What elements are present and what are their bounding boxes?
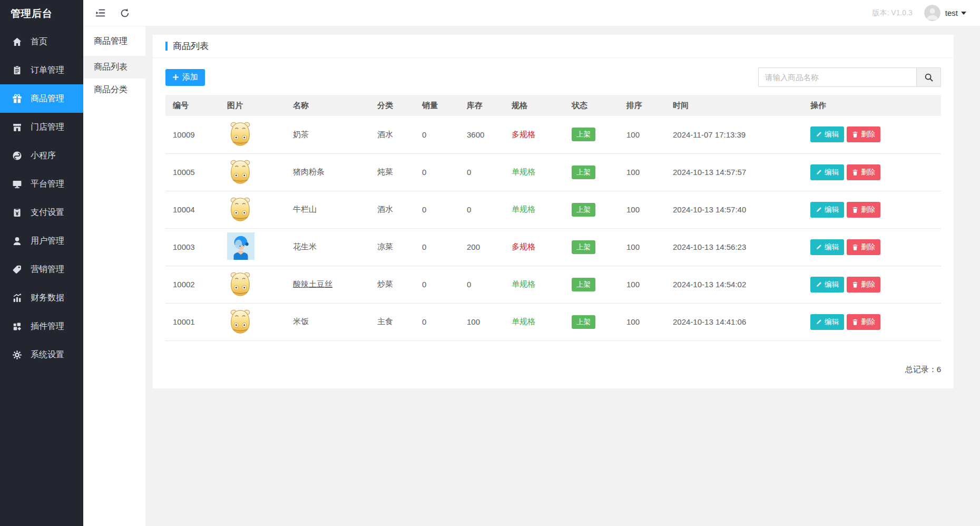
delete-button-label: 删除 — [861, 280, 875, 289]
delete-button[interactable]: 删除 — [847, 239, 880, 255]
product-list-card: 商品列表 添加 — [153, 35, 954, 388]
subnav-item-product-category[interactable]: 商品分类 — [83, 79, 145, 101]
sidebar-item-users[interactable]: 用户管理 — [0, 227, 83, 255]
product-category: 炒菜 — [370, 266, 415, 303]
miniapp-icon — [11, 151, 23, 161]
pencil-icon — [816, 207, 822, 213]
product-stock: 200 — [459, 228, 504, 266]
title-marker — [165, 42, 168, 51]
delete-button-label: 删除 — [861, 130, 875, 139]
spec-text: 多规格 — [512, 242, 535, 251]
delete-button-label: 删除 — [861, 317, 875, 327]
user-menu[interactable]: test — [945, 8, 966, 17]
subnav-item-product-list[interactable]: 商品列表 — [83, 56, 145, 79]
product-time: 2024-10-13 14:56:23 — [665, 228, 803, 266]
sidebar-item-platform[interactable]: 平台管理 — [0, 170, 83, 198]
product-stock: 0 — [459, 153, 504, 191]
product-image — [227, 196, 254, 223]
sidebar-item-label: 营销管理 — [31, 264, 64, 275]
product-name: 花生米 — [286, 228, 370, 266]
product-sales: 0 — [415, 228, 459, 266]
status-badge: 上架 — [572, 315, 595, 329]
sidebar-item-miniapp[interactable]: 小程序 — [0, 141, 83, 170]
status-badge: 上架 — [572, 128, 595, 141]
sidebar-item-label: 订单管理 — [31, 65, 64, 76]
search-button[interactable] — [916, 67, 941, 87]
sidebar-item-label: 小程序 — [31, 150, 56, 161]
avatar[interactable] — [924, 5, 940, 21]
product-time: 2024-10-13 14:57:57 — [665, 153, 803, 191]
table-row: 10003 花生米 凉菜 0 200 多规格 上架 100 2024-10-13… — [165, 228, 941, 266]
product-sort: 100 — [619, 228, 665, 266]
product-name: 酸辣土豆丝 — [286, 266, 370, 303]
sidebar-item-orders[interactable]: 订单管理 — [0, 56, 83, 84]
spec-text: 单规格 — [512, 167, 535, 176]
add-button[interactable]: 添加 — [165, 69, 205, 86]
edit-button-label: 编辑 — [825, 317, 839, 327]
status-badge: 上架 — [572, 240, 595, 254]
delete-button[interactable]: 删除 — [847, 164, 880, 180]
total-records-value: 6 — [937, 365, 941, 374]
clipboard-icon — [11, 65, 23, 75]
column-header-status: 状态 — [564, 95, 619, 116]
edit-button[interactable]: 编辑 — [810, 314, 844, 330]
product-name: 牛栏山 — [286, 191, 370, 228]
product-id: 10009 — [165, 116, 220, 153]
wallet-icon — [11, 208, 23, 218]
column-header-sales: 销量 — [415, 95, 459, 116]
delete-button[interactable]: 删除 — [847, 126, 880, 142]
search-icon — [924, 73, 934, 82]
pencil-icon — [816, 169, 822, 176]
product-stock: 100 — [459, 303, 504, 340]
spec-text: 多规格 — [512, 130, 535, 139]
collapse-sidebar-icon[interactable] — [95, 7, 106, 18]
username-label: test — [945, 8, 958, 17]
refresh-icon[interactable] — [120, 8, 130, 18]
sidebar-item-stores[interactable]: 门店管理 — [0, 113, 83, 141]
delete-button[interactable]: 删除 — [847, 314, 880, 330]
status-badge: 上架 — [572, 165, 595, 179]
table-row: 10002 酸辣土豆丝 炒菜 0 0 单规格 上架 100 2024-10-13… — [165, 266, 941, 303]
sidebar-item-marketing[interactable]: 营销管理 — [0, 255, 83, 284]
edit-button[interactable]: 编辑 — [810, 202, 844, 218]
product-stock: 3600 — [459, 116, 504, 153]
delete-button[interactable]: 删除 — [847, 277, 880, 293]
edit-button-label: 编辑 — [825, 205, 839, 215]
delete-button-label: 删除 — [861, 168, 875, 177]
hippo-image — [227, 271, 253, 297]
sidebar-item-plugins[interactable]: 插件管理 — [0, 312, 83, 340]
hippo-image — [227, 121, 253, 147]
trash-icon — [852, 169, 858, 176]
sidebar-item-payment[interactable]: 支付设置 — [0, 198, 83, 227]
column-header-spec: 规格 — [504, 95, 564, 116]
edit-button[interactable]: 编辑 — [810, 277, 844, 293]
pencil-icon — [816, 281, 822, 288]
product-sort: 100 — [619, 153, 665, 191]
column-header-sort: 排序 — [619, 95, 665, 116]
product-time: 2024-10-13 14:54:02 — [665, 266, 803, 303]
product-stock: 0 — [459, 266, 504, 303]
table-row: 10001 米饭 主食 0 100 单规格 上架 100 2024-10-13 … — [165, 303, 941, 340]
product-name: 米饭 — [286, 303, 370, 340]
product-id: 10004 — [165, 191, 220, 228]
chevron-down-icon — [961, 12, 966, 15]
total-records: 总记录：6 — [165, 365, 941, 388]
sidebar-item-settings[interactable]: 系统设置 — [0, 340, 83, 369]
product-sales: 0 — [415, 191, 459, 228]
delete-button[interactable]: 删除 — [847, 202, 880, 218]
sidebar-item-products[interactable]: 商品管理 — [0, 84, 83, 113]
search-group — [758, 67, 941, 87]
sidebar-item-label: 用户管理 — [31, 236, 64, 247]
edit-button[interactable]: 编辑 — [810, 164, 844, 180]
edit-button[interactable]: 编辑 — [810, 239, 844, 255]
product-category: 炖菜 — [370, 153, 415, 191]
edit-button[interactable]: 编辑 — [810, 126, 844, 142]
product-time: 2024-11-07 17:13:39 — [665, 116, 803, 153]
sidebar-item-home[interactable]: 首页 — [0, 27, 83, 56]
trash-icon — [852, 319, 858, 325]
search-input[interactable] — [758, 67, 916, 87]
sidebar-item-finance[interactable]: 财务数据 — [0, 284, 83, 312]
table-header-row: 编号 图片 名称 分类 销量 库存 规格 状态 排序 时间 操作 — [165, 95, 941, 116]
app-window: 管理后台 首页 订单管理 商品管理 门店管理 小程序 平台管理 支付设置 — [0, 0, 980, 526]
sidebar-item-label: 门店管理 — [31, 122, 64, 133]
